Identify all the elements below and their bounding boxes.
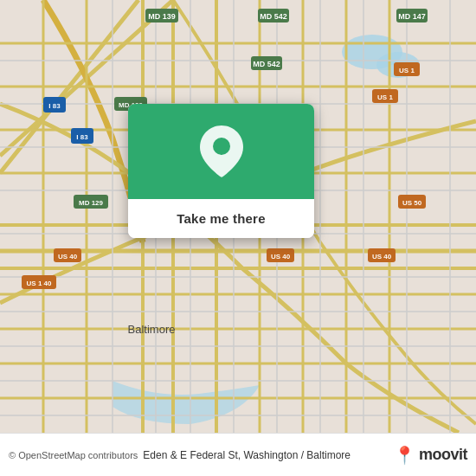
svg-text:MD 139: MD 139	[148, 12, 176, 21]
popup-card: Take me there	[128, 104, 314, 238]
svg-text:MD 147: MD 147	[398, 12, 426, 21]
svg-text:MD 129: MD 129	[79, 199, 104, 207]
bottom-bar: © OpenStreetMap contributors Eden & E Fe…	[0, 433, 476, 476]
location-text: Eden & E Federal St, Washington / Baltim…	[138, 449, 394, 461]
moovit-pin-icon: 📍	[394, 445, 415, 466]
moovit-brand-text: moovit	[419, 446, 467, 464]
map-container: MD 139 MD 542 MD 542 MD 147 I 83 I 83 MD…	[0, 0, 476, 433]
moovit-logo: 📍 moovit	[394, 445, 467, 466]
svg-text:US 50: US 50	[402, 199, 422, 207]
popup-green-area	[128, 104, 314, 199]
svg-text:I 83: I 83	[76, 133, 88, 141]
svg-point-78	[213, 138, 230, 155]
svg-text:MD 542: MD 542	[253, 60, 280, 68]
svg-text:MD 542: MD 542	[260, 12, 287, 21]
svg-text:US 40: US 40	[58, 253, 78, 261]
svg-text:US 1: US 1	[377, 93, 393, 101]
svg-text:US 1: US 1	[399, 67, 415, 74]
svg-text:US 1 40: US 1 40	[27, 280, 52, 287]
svg-text:US 40: US 40	[271, 253, 291, 261]
osm-credit: © OpenStreetMap contributors	[9, 450, 138, 460]
svg-text:I 83: I 83	[48, 102, 61, 110]
take-me-there-button[interactable]: Take me there	[128, 199, 314, 238]
svg-text:Baltimore: Baltimore	[128, 323, 176, 336]
svg-text:US 40: US 40	[372, 253, 392, 261]
location-pin-icon	[200, 125, 243, 177]
